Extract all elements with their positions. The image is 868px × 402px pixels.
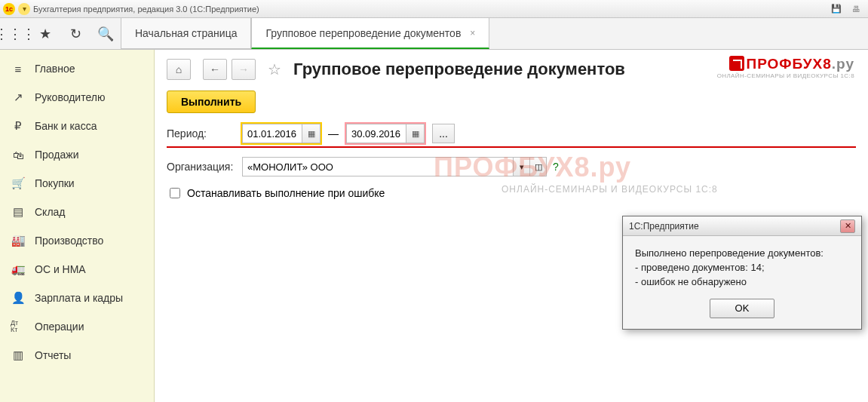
search-icon[interactable]: 🔍 [90, 18, 121, 49]
history-icon[interactable]: ↻ [60, 18, 90, 49]
logo-text-gray: .ру [832, 56, 854, 72]
stop-on-error-label: Останавливать выполнение при ошибке [187, 187, 385, 199]
apps-grid-icon[interactable]: ⋮⋮⋮ [0, 18, 30, 49]
tab-home[interactable]: Начальная страница [121, 18, 251, 49]
menu-icon: ≡ [11, 63, 26, 75]
sidebar-item-label: Продажи [35, 149, 78, 161]
chart-icon: ↗ [11, 91, 26, 104]
sidebar-item-label: ОС и НМА [35, 263, 86, 275]
dialog-titlebar[interactable]: 1С:Предприятие ✕ [623, 216, 861, 236]
boxes-icon: ▤ [11, 205, 26, 219]
calendar-from-button[interactable]: ▦ [302, 124, 321, 143]
message-dialog: 1С:Предприятие ✕ Выполнено перепроведени… [622, 216, 862, 330]
person-icon: 👤 [11, 291, 26, 305]
org-dropdown-button[interactable]: ▾ [514, 157, 530, 176]
ruble-icon: ₽ [11, 119, 26, 133]
sidebar-item-label: Руководителю [35, 91, 105, 103]
truck-icon: 🚛 [11, 262, 26, 276]
app-icon-1c: 1c [3, 3, 15, 15]
logo-text-red: ПРОФБУХ8 [746, 56, 831, 72]
sidebar-item-purchases[interactable]: 🛒Покупки [0, 169, 154, 198]
period-label: Период: [167, 127, 242, 140]
tab-label: Групповое перепроведение документов [265, 27, 461, 39]
logo: ПРОФБУХ8.ру ОНЛАЙН-СЕМИНАРЫ И ВИДЕОКУРСЫ… [717, 56, 854, 79]
org-open-button[interactable]: ◫ [530, 157, 547, 176]
sidebar-item-label: Зарплата и кадры [35, 292, 123, 304]
back-button[interactable]: ← [203, 59, 227, 80]
sidebar-item-label: Покупки [35, 177, 75, 189]
logo-subtitle: ОНЛАЙН-СЕМИНАРЫ И ВИДЕОКУРСЫ 1С:8 [717, 72, 854, 79]
top-toolbar: ⋮⋮⋮ ★ ↻ 🔍 Начальная страница Групповое п… [0, 18, 868, 50]
dialog-close-button[interactable]: ✕ [840, 219, 855, 233]
window-titlebar: 1c ▾ Бухгалтерия предприятия, редакция 3… [0, 0, 868, 18]
save-icon[interactable]: 💾 [830, 3, 842, 15]
page-title: Групповое перепроведение документов [293, 60, 625, 79]
home-button[interactable]: ⌂ [167, 59, 191, 80]
sidebar-item-label: Банк и касса [35, 120, 97, 132]
stop-on-error-checkbox[interactable] [170, 188, 180, 198]
date-from-input[interactable] [242, 124, 302, 143]
print-icon[interactable]: 🖶 [850, 3, 862, 15]
execute-button-label: Выполнить [181, 96, 241, 108]
dialog-body: Выполнено перепроведение документов: - п… [623, 236, 861, 293]
date-to-input[interactable] [346, 124, 406, 143]
dialog-line2: - проведено документов: 14; [635, 261, 849, 275]
sidebar-item-production[interactable]: 🏭Производство [0, 226, 154, 255]
sidebar-item-label: Операции [35, 321, 84, 333]
period-dash: — [328, 127, 339, 140]
tab-label: Начальная страница [135, 27, 237, 39]
favorite-star-icon[interactable]: ☆ [268, 60, 281, 78]
dialog-line1: Выполнено перепроведение документов: [635, 247, 849, 261]
dropdown-icon[interactable]: ▾ [18, 3, 30, 15]
org-label: Организация: [167, 161, 242, 173]
dialog-ok-button[interactable]: OK [710, 299, 774, 318]
sidebar-item-main[interactable]: ≡Главное [0, 54, 154, 83]
content-area: ⌂ ← → ☆ Групповое перепроведение докумен… [155, 50, 868, 402]
forward-button[interactable]: → [232, 59, 256, 80]
dialog-line3: - ошибок не обнаружено [635, 275, 849, 290]
cart-icon: 🛒 [11, 176, 26, 190]
sidebar-item-label: Склад [35, 206, 66, 218]
dtkt-icon: Дт Кт [11, 320, 26, 333]
sidebar-item-manager[interactable]: ↗Руководителю [0, 83, 154, 112]
execute-button[interactable]: Выполнить [167, 91, 256, 113]
sidebar-item-label: Отчеты [35, 349, 71, 361]
sidebar-item-bank[interactable]: ₽Банк и касса [0, 112, 154, 140]
dialog-title-text: 1С:Предприятие [629, 221, 699, 232]
factory-icon: 🏭 [11, 234, 26, 247]
sidebar-item-reports[interactable]: ▥Отчеты [0, 341, 154, 370]
period-select-button[interactable]: ... [432, 124, 455, 143]
window-title: Бухгалтерия предприятия, редакция 3.0 (1… [33, 5, 259, 14]
sidebar-item-warehouse[interactable]: ▤Склад [0, 198, 154, 226]
report-icon: ▥ [11, 348, 26, 362]
sidebar-item-label: Производство [35, 235, 103, 247]
calendar-to-button[interactable]: ▦ [406, 124, 425, 143]
organization-input[interactable] [242, 157, 514, 176]
sidebar-item-operations[interactable]: Дт КтОперации [0, 312, 154, 341]
sidebar-item-assets[interactable]: 🚛ОС и НМА [0, 255, 154, 284]
sidebar: ≡Главное ↗Руководителю ₽Банк и касса 🛍Пр… [0, 50, 155, 402]
logo-icon [729, 56, 744, 71]
tab-group-repost[interactable]: Групповое перепроведение документов × [251, 18, 489, 49]
sidebar-item-hr[interactable]: 👤Зарплата и кадры [0, 284, 154, 312]
bag-icon: 🛍 [11, 149, 26, 161]
favorite-star-icon[interactable]: ★ [30, 18, 60, 49]
close-icon[interactable]: × [470, 28, 475, 38]
help-icon[interactable]: ? [553, 161, 559, 173]
sidebar-item-sales[interactable]: 🛍Продажи [0, 140, 154, 169]
sidebar-item-label: Главное [35, 63, 75, 75]
